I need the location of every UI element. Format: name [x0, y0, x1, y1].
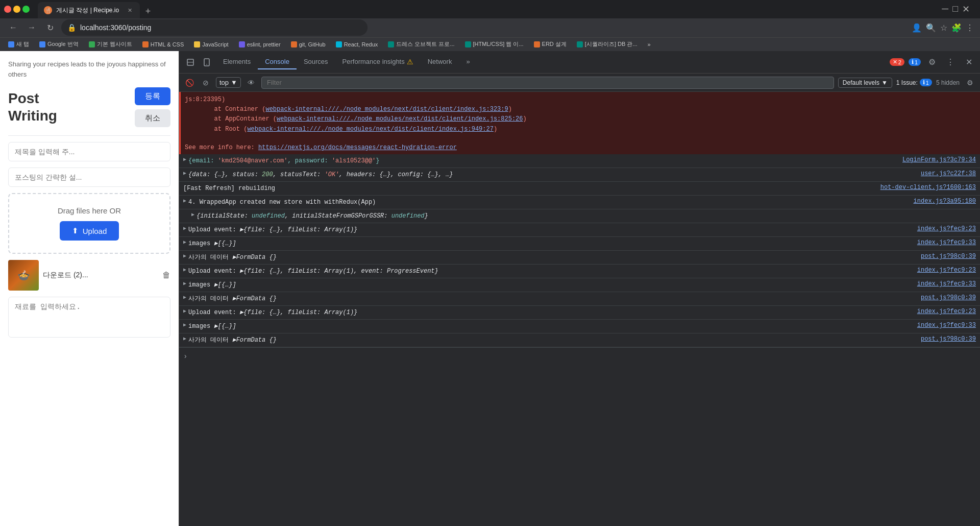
bookmark-html-css[interactable]: HTML & CSS — [138, 40, 188, 49]
row-source[interactable]: hot-dev-client.js?1600:163 — [872, 184, 976, 191]
chevron-down-icon: ▼ — [231, 79, 237, 86]
bookmark-google-translate[interactable]: Google 번역 — [35, 39, 83, 49]
row-source[interactable]: index.js?fec9:23 — [909, 225, 976, 232]
console-row[interactable]: ▶ Upload event: ▶{file: {…}, fileList: A… — [179, 223, 980, 237]
see-more-link[interactable]: https://nextjs.org/docs/messages/react-h… — [258, 144, 457, 151]
console-row[interactable]: ▶ images ▶[{…}] index.js?fec9:33 — [179, 278, 980, 292]
row-source[interactable]: user.js?c22f:38 — [913, 170, 976, 177]
row-source[interactable]: index.js?3a95:180 — [905, 198, 976, 205]
tab-close-button[interactable]: ✕ — [126, 6, 134, 14]
filter-button[interactable]: ⊘ — [200, 77, 212, 89]
profile-icon[interactable]: 👤 — [912, 23, 922, 33]
error-link[interactable]: webpack-internal:///./node_modules/next/… — [265, 106, 508, 113]
tab-console[interactable]: Console — [258, 55, 297, 69]
console-input[interactable] — [191, 353, 976, 361]
minimize-icon[interactable]: ─ — [942, 4, 948, 15]
bookmark-basic-site[interactable]: 기본 웹사이트 — [85, 39, 136, 49]
register-button[interactable]: 등록 — [135, 87, 170, 105]
row-source[interactable]: post.js?98c0:39 — [913, 253, 976, 260]
close-icon[interactable]: ✕ — [962, 4, 970, 15]
toolbar-icons: 👤 🔍 ☆ 🧩 ⋮ — [912, 23, 974, 33]
row-source[interactable]: index.js?fec9:23 — [909, 267, 976, 274]
reload-button[interactable]: ↻ — [43, 20, 57, 35]
overflow-icon[interactable]: ⋮ — [966, 23, 974, 33]
error-link[interactable]: webpack-internal:///./node_modules/next/… — [277, 115, 523, 123]
levels-selector[interactable]: Default levels ▼ — [838, 78, 892, 88]
devtools-panel: Elements Console Sources Performance ins… — [179, 51, 980, 526]
row-source[interactable]: index.js?fec9:33 — [909, 322, 976, 329]
console-row[interactable]: ▶ Upload event: ▶{file: {…}, fileList: A… — [179, 306, 980, 320]
warning-badge: ℹ 1 — [909, 58, 921, 66]
bookmark-icon — [194, 41, 200, 47]
settings-button[interactable]: ⚙ — [925, 55, 939, 69]
extensions-icon[interactable]: 🧩 — [951, 23, 962, 33]
tab-network[interactable]: Network — [421, 55, 459, 69]
title-input[interactable] — [8, 142, 170, 161]
back-button[interactable]: ← — [6, 20, 20, 35]
new-tab-button[interactable]: + — [141, 4, 155, 18]
devtools-device-button[interactable] — [200, 55, 214, 69]
bookmark-eslint[interactable]: eslint, prettier — [235, 40, 285, 49]
bookmark-javascript[interactable]: JavaScript — [190, 40, 232, 49]
clear-console-button[interactable]: 🚫 — [183, 77, 195, 89]
address-bar[interactable]: 🔒 localhost:3060/posting — [61, 19, 368, 36]
tab-more[interactable]: » — [459, 55, 477, 69]
window-controls — [4, 6, 30, 13]
window-minimize-button[interactable] — [13, 6, 20, 13]
console-row[interactable]: ▶ {data: {…}, status: 200, statusText: '… — [179, 168, 980, 182]
tab-performance[interactable]: Performance insights ⚠ — [335, 55, 421, 70]
console-settings-button[interactable]: ⚙ — [964, 77, 976, 89]
console-row[interactable]: ▶ 4. WrappedApp created new store with w… — [179, 196, 980, 209]
file-name: 다운로드 (2)... — [43, 271, 158, 280]
console-row[interactable]: ▶ {email: 'kmd2504@naver.com', password:… — [179, 154, 980, 168]
cancel-button[interactable]: 취소 — [135, 109, 170, 127]
active-tab[interactable]: 🍴 게시글 작성 | Recipe.io ✕ — [38, 2, 140, 18]
upload-button[interactable]: ⬆ Upload — [60, 221, 119, 241]
row-source[interactable]: post.js?98c0:39 — [913, 336, 976, 343]
bookmark-dress-object[interactable]: 드레스 오브젝트 프로... — [384, 39, 458, 49]
main-area: Sharing your recipes leads to the joyous… — [0, 51, 980, 526]
bookmark-new-tab[interactable]: 새 탭 — [4, 39, 33, 49]
console-output[interactable]: js:8:23395) at Container (webpack-intern… — [179, 92, 980, 526]
error-link[interactable]: webpack-internal:///./node_modules/next/… — [247, 126, 493, 133]
console-row[interactable]: ▶ images ▶[{…}] index.js?fec9:33 — [179, 320, 980, 333]
console-row[interactable]: ▶ 사가의 데이터 ▶FormData {} post.js?98c0:39 — [179, 251, 980, 265]
forward-button[interactable]: → — [24, 20, 39, 35]
description-input[interactable] — [8, 168, 170, 187]
restore-icon[interactable]: □ — [952, 4, 958, 15]
file-delete-button[interactable]: 🗑 — [162, 271, 170, 280]
bookmark-html-css-web[interactable]: [HTML/CSS] 웹 이... — [461, 39, 528, 49]
tab-title: 게시글 작성 | Recipe.io — [56, 6, 119, 15]
console-row[interactable]: ▶ 사가의 데이터 ▶FormData {} post.js?98c0:39 — [179, 292, 980, 306]
search-icon[interactable]: 🔍 — [926, 23, 936, 33]
console-row[interactable]: ▶ Upload event: ▶{file: {…}, fileList: A… — [179, 265, 980, 278]
page-header: Sharing your recipes leads to the joyous… — [8, 59, 170, 79]
window-close-button[interactable] — [4, 6, 11, 13]
bookmark-overflow[interactable]: » — [644, 40, 655, 49]
row-source[interactable]: index.js?fec9:33 — [909, 239, 976, 246]
ingredients-textarea[interactable] — [8, 297, 170, 338]
info-icon: ℹ — [923, 79, 925, 86]
bookmark-react-redux[interactable]: React, Redux — [332, 40, 382, 49]
row-source[interactable]: LoginForm.js?3c79:34 — [894, 156, 976, 163]
console-row[interactable]: ▶ images ▶[{…}] index.js?fec9:33 — [179, 237, 980, 251]
bookmark-icon — [336, 41, 342, 47]
tab-sources[interactable]: Sources — [297, 55, 335, 69]
row-source[interactable]: index.js?fec9:23 — [909, 308, 976, 315]
console-row[interactable]: ▶ 사가의 데이터 ▶FormData {} post.js?98c0:39 — [179, 333, 980, 347]
eye-button[interactable]: 👁 — [245, 77, 257, 89]
bookmark-erd[interactable]: ERD 설계 — [530, 39, 571, 49]
context-selector[interactable]: top ▼ — [216, 77, 241, 88]
filter-input[interactable] — [261, 77, 834, 89]
bookmark-sequelize[interactable]: [시퀄라이즈] DB 관... — [573, 39, 642, 49]
tab-elements[interactable]: Elements — [216, 55, 258, 69]
more-options-button[interactable]: ⋮ — [943, 55, 958, 69]
bookmark-icon[interactable]: ☆ — [940, 23, 947, 33]
navigation-bar: ← → ↻ 🔒 localhost:3060/posting 👤 🔍 ☆ 🧩 ⋮ — [0, 18, 980, 37]
row-source[interactable]: post.js?98c0:39 — [913, 294, 976, 301]
bookmark-git[interactable]: git, GitHub — [287, 40, 330, 49]
close-devtools-button[interactable]: ✕ — [962, 55, 976, 69]
devtools-inspect-button[interactable] — [183, 55, 198, 69]
window-maximize-button[interactable] — [22, 6, 30, 13]
row-source[interactable]: index.js?fec9:33 — [909, 280, 976, 288]
